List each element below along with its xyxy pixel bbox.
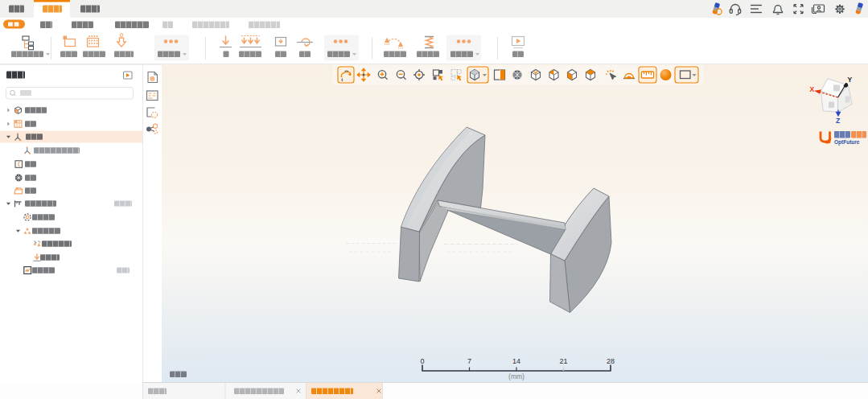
svg-text:Y: Y [848,76,853,84]
svg-text:OptFuture: OptFuture [834,139,860,146]
svg-text:7: 7 [467,357,471,365]
svg-text:14: 14 [512,357,520,365]
svg-text:Z: Z [836,117,840,125]
svg-text:0: 0 [420,357,424,365]
svg-text:28: 28 [607,357,615,365]
svg-text:21: 21 [559,357,567,365]
svg-text:(mm): (mm) [508,372,525,380]
svg-text:X: X [810,85,815,93]
